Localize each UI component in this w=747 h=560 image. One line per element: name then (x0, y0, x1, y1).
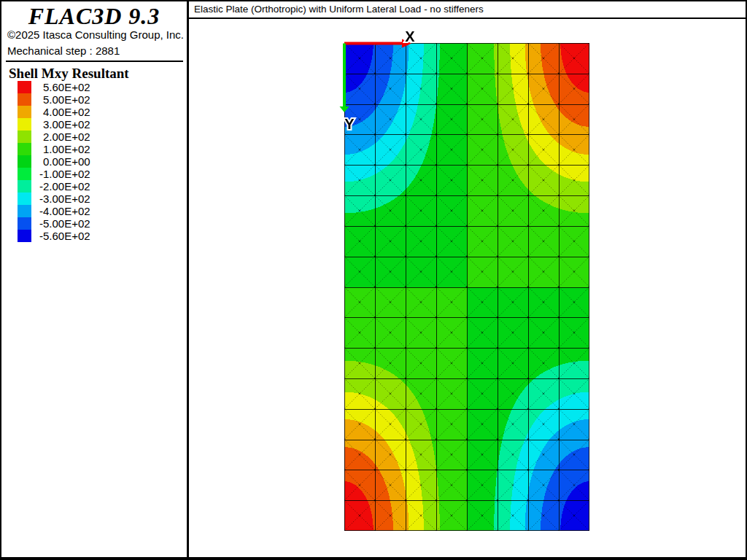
legend-value: -3.00E+02 (39, 192, 90, 205)
panel-separator (6, 61, 183, 62)
legend-color-scale: -5.60E+02-5.00E+02-4.00E+02-3.00E+02-2.0… (1, 81, 90, 242)
legend-row: -5.60E+02 (1, 230, 90, 242)
legend-value: -3.00E+02 (39, 118, 90, 131)
legend-swatch (18, 155, 31, 168)
legend-row: -2.00E+02 (1, 131, 90, 143)
legend-value: -5.60E+02 (39, 230, 90, 242)
step-counter: Mechanical step : 2881 (7, 44, 120, 57)
legend-swatch (18, 118, 31, 131)
legend-swatch (18, 217, 31, 230)
legend-row: -5.00E+02 (1, 217, 90, 230)
legend-row: -5.60E+02 (1, 81, 90, 93)
legend-swatch (18, 81, 31, 93)
legend-title: Shell Mxy Resultant (9, 66, 129, 82)
legend-value: -1.00E+02 (39, 168, 90, 180)
legend-swatch (18, 205, 31, 217)
legend-value: -1.00E+02 (39, 143, 90, 155)
view-title: Elastic Plate (Orthotropic) with Uniform… (189, 1, 747, 19)
x-axis-label: X (405, 28, 415, 44)
legend-row: -3.00E+02 (1, 192, 90, 205)
legend-swatch (18, 168, 31, 180)
legend-value: -2.00E+02 (39, 180, 90, 192)
app-window: FLAC3D 9.3 ©2025 Itasca Consulting Group… (0, 0, 747, 560)
contour-plot-canvas[interactable] (344, 43, 589, 531)
legend-swatch (18, 230, 31, 242)
copyright-text: ©2025 Itasca Consulting Group, Inc. (7, 28, 184, 41)
legend-swatch (18, 131, 31, 143)
legend-row: -5.00E+02 (1, 93, 90, 106)
legend-row: -2.00E+02 (1, 180, 90, 192)
legend-swatch (18, 180, 31, 192)
legend-swatch (18, 106, 31, 118)
legend-row: -3.00E+02 (1, 118, 90, 131)
legend-value: -5.00E+02 (39, 93, 90, 106)
legend-value: -5.00E+02 (39, 217, 90, 230)
legend-row: -4.00E+02 (1, 106, 90, 118)
legend-row: -0.00E+00 (1, 155, 90, 168)
legend-value: -5.60E+02 (39, 81, 90, 93)
legend-row: -1.00E+02 (1, 168, 90, 180)
legend-swatch (18, 192, 31, 205)
legend-value: -4.00E+02 (39, 106, 90, 118)
app-title: FLAC3D 9.3 (1, 3, 187, 30)
legend-row: -1.00E+02 (1, 143, 90, 155)
legend-row: -4.00E+02 (1, 205, 90, 217)
legend-swatch (18, 143, 31, 155)
legend-value: -4.00E+02 (39, 205, 90, 217)
legend-swatch (18, 93, 31, 106)
legend-value: -2.00E+02 (39, 131, 90, 143)
legend-value: -0.00E+00 (39, 155, 90, 168)
left-panel: FLAC3D 9.3 ©2025 Itasca Consulting Group… (1, 1, 189, 557)
